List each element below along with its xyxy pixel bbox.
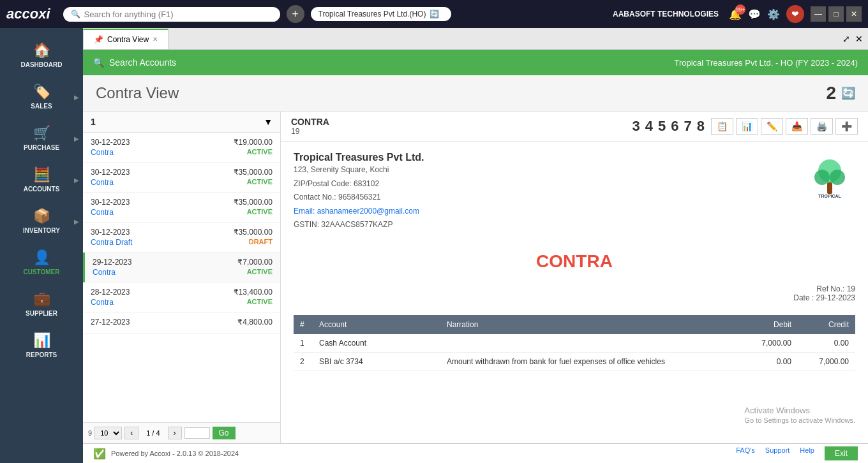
list-item-amount: ₹35,000.00 [234,168,273,177]
list-item-type: Contra [91,208,114,217]
footer-check-icon: ✅ [93,448,106,460]
go-page-input[interactable] [184,427,210,439]
sidebar-item-reports[interactable]: 📊 REPORTS [0,325,83,366]
support-link[interactable]: Support [765,446,790,460]
right-panel: CONTRA 19 3 4 5 6 7 8 📋 📊 [281,112,868,443]
toolbar-icons: 📋 📊 ✏️ 📥 🖨️ ➕ [711,118,858,135]
toolbar-num-6: 6 [671,118,678,135]
tab-close-all-icon[interactable]: ✕ [855,34,868,44]
arrow-icon: ▶ [74,93,79,100]
minimize-button[interactable]: — [811,6,826,22]
close-button[interactable]: ✕ [846,6,862,22]
list-item[interactable]: 30-12-2023 ₹35,000.00 Contra ACTIVE [83,193,280,223]
company-selector[interactable]: Tropical Treasures Pvt Ltd.(HO) 🔄 [311,7,451,21]
toolbar-num-3: 3 [632,118,640,135]
list-item-date: 28-12-2023 [91,288,130,297]
sidebar-item-purchase[interactable]: 🛒 PURCHASE ▶ [0,117,83,159]
page-size-select[interactable]: 10 25 50 [94,427,122,439]
list-item[interactable]: 28-12-2023 ₹13,400.00 Contra ACTIVE [83,283,280,312]
settings-icon[interactable]: ⚙️ [767,8,780,20]
row-credit: 7,000.00 [798,352,855,371]
app-logo: accoxi [6,6,50,22]
row-account: SBI a/c 3734 [313,352,440,371]
inventory-icon: 📦 [33,208,50,224]
toolbar-preview-button[interactable]: 📋 [711,118,733,135]
left-panel-header: 1 ▼ [83,112,280,133]
toolbar-table-button[interactable]: 📊 [736,118,758,135]
list-item-date: 27-12-2023 [91,318,130,327]
list-item-date: 29-12-2023 [93,258,131,267]
toolbar-nums: 3 4 5 6 7 8 [632,118,705,135]
prev-page-button[interactable]: ‹ [124,427,138,439]
faqs-link[interactable]: FAQ's [736,446,755,460]
left-list: 30-12-2023 ₹19,000.00 Contra ACTIVE 30-1… [83,133,280,422]
list-item-amount: ₹4,800.00 [237,318,273,327]
tab-close-button[interactable]: ✕ [153,36,158,43]
list-item-status: ACTIVE [247,178,273,187]
message-icon[interactable]: 💬 [748,8,761,20]
list-item-type: Contra [93,268,116,277]
search-icon: 🔍 [71,10,80,18]
toolbar-print-button[interactable]: 🖨️ [811,118,833,135]
contra-table-container: # Account Narration Debit Credit 1 Cash … [281,315,868,371]
row-num: 1 [294,334,313,353]
toolbar-download-button[interactable]: 📥 [786,118,808,135]
search-accounts-button[interactable]: 🔍 Search Accounts [93,57,176,68]
arrow-icon: ▶ [74,217,79,224]
title-refresh-button[interactable]: 🔄 [841,86,855,100]
contra-num: 19 [291,127,329,136]
add-button[interactable]: + [287,5,304,23]
avatar[interactable]: ❤ [786,5,804,23]
refresh-icon[interactable]: 🔄 [430,10,439,18]
toolbar-num-4: 4 [645,118,653,135]
list-item[interactable]: 29-12-2023 ₹7,000.00 Contra ACTIVE [83,253,280,283]
sidebar-item-sales[interactable]: 🏷️ SALES ▶ [0,76,83,117]
maximize-button[interactable]: □ [828,6,844,22]
footer-logo: ✅ Powered by Accoxi - 2.0.13 © 2018-2024 [93,448,239,460]
ref-area: Ref No.: 19 Date : 29-12-2023 [281,284,868,309]
invoice-contact: Contact No.: 9658456321 [294,191,424,205]
list-item-status: ACTIVE [247,148,273,157]
accounts-icon: 🧮 [33,166,50,183]
toolbar-edit-button[interactable]: ✏️ [761,118,783,135]
list-item-type: Contra [91,148,114,157]
topbar: accoxi 🔍 + Tropical Treasures Pvt Ltd.(H… [0,0,868,28]
col-header-narration: Narration [440,315,740,334]
tab-expand-icon[interactable]: ⤢ [842,34,855,44]
list-item[interactable]: 27-12-2023 ₹4,800.00 [83,312,280,334]
pagination-label: 9 [88,429,92,437]
supplier-icon: 💼 [33,291,50,307]
list-item-status: DRAFT [249,238,273,247]
list-item-amount: ₹35,000.00 [234,198,273,207]
list-item-amount: ₹7,000.00 [237,258,273,267]
sidebar-item-label: DASHBOARD [21,61,63,68]
sidebar-item-accounts[interactable]: 🧮 ACCOUNTS ▶ [0,159,83,200]
sidebar-item-dashboard[interactable]: 🏠 DASHBOARD [0,34,83,76]
app-footer: ✅ Powered by Accoxi - 2.0.13 © 2018-2024… [83,443,868,463]
sidebar-item-supplier[interactable]: 💼 SUPPLIER [0,283,83,325]
notification-icon[interactable]: 🔔 99+ [729,8,742,20]
help-link[interactable]: Help [800,446,814,460]
list-item[interactable]: 30-12-2023 ₹35,000.00 Contra ACTIVE [83,163,280,193]
sidebar-item-inventory[interactable]: 📦 INVENTORY ▶ [0,200,83,242]
sidebar-item-label: SALES [31,103,52,110]
filter-button[interactable]: ▼ [264,117,273,127]
page-info: 1 / 4 [141,429,165,437]
toolbar-more-button[interactable]: ➕ [835,118,858,135]
go-button[interactable]: Go [213,427,236,439]
next-page-button[interactable]: › [168,427,182,439]
sidebar-item-customer[interactable]: 👤 CUSTOMER [0,242,83,283]
list-item-date: 30-12-2023 [91,138,130,147]
list-item[interactable]: 30-12-2023 ₹19,000.00 Contra ACTIVE [83,133,280,163]
row-debit: 7,000.00 [740,334,798,353]
tab-contra-view[interactable]: 📌 Contra View ✕ [83,29,168,49]
right-toolbar: CONTRA 19 3 4 5 6 7 8 📋 📊 [281,112,868,142]
list-item[interactable]: 30-12-2023 ₹35,000.00 Contra Draft DRAFT [83,223,280,253]
footer-powered-by: Powered by Accoxi - 2.0.13 © 2018-2024 [111,450,239,457]
search-box[interactable]: 🔍 [63,7,280,22]
search-input[interactable] [84,10,273,19]
exit-button[interactable]: Exit [825,446,858,460]
activate-windows-watermark: Activate WindowsGo to Settings to activa… [744,406,855,425]
table-row: 2 SBI a/c 3734 Amount withdrawn from ban… [294,352,855,371]
sidebar-item-label: INVENTORY [23,227,60,234]
